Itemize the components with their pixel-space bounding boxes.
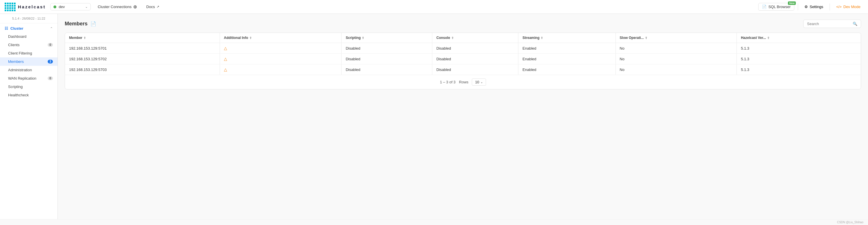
sidebar-version: 5.1.4 - 26/08/22 - 11:22 [0,14,58,23]
warning-icon: △ [224,46,227,50]
settings-button[interactable]: ⚙ Settings [802,3,826,10]
col-header-console[interactable]: Console ⇧ [432,33,518,43]
cell-console: Disabled [432,43,518,54]
sidebar-section-label: Cluster [10,26,23,31]
logo-icon [5,3,16,11]
rows-value: 10 [475,80,479,84]
cell-console: Disabled [432,54,518,64]
members-title-row: Members 📄 [65,21,96,27]
table-row: 192.168.153.129:5701 △ Disabled Disabled… [65,43,861,54]
col-header-streaming[interactable]: Streaming ⇧ [518,33,616,43]
sort-icon: ⇧ [84,36,86,40]
cluster-connections-button[interactable]: Cluster Connections ⊕ [95,3,139,11]
members-table-container: Member ⇧ Additional Info ⇧ [65,33,861,89]
cluster-chevron-icon: ⌄ [85,5,88,8]
pagination: 1 – 3 of 3 Rows 10 ⌄ [65,75,861,89]
nav-separator-2 [830,3,830,10]
rows-label: Rows [459,80,469,84]
sidebar-item-healthcheck[interactable]: Healthcheck [0,91,58,99]
cell-streaming: Enabled [518,64,616,75]
sidebar-item-label: Client Filtering [8,51,32,55]
sidebar-section-title: ☷ Cluster [5,26,23,31]
warning-icon: △ [224,57,227,61]
cell-additional-info: △ [220,43,342,54]
cell-slow-operations: No [616,43,737,54]
sidebar-item-members[interactable]: Members 3 [0,58,58,66]
sidebar-item-administration[interactable]: Administration [0,66,58,74]
members-doc-icon: 📄 [90,21,96,27]
docs-button[interactable]: Docs ↗ [144,3,161,10]
sidebar-item-label: Scripting [8,84,23,89]
cluster-name: dev [59,5,83,9]
cell-streaming: Enabled [518,54,616,64]
cell-slow-operations: No [616,54,737,64]
external-link-icon: ↗ [157,5,159,9]
grid-icon: ☷ [5,26,8,31]
cell-slow-operations: No [616,64,737,75]
search-icon: 🔍 [853,22,857,26]
sql-browser-label: SQL Browser [768,5,790,9]
sort-icon: ⇧ [540,36,543,40]
new-badge: New [788,1,796,5]
nav-right: 📄 SQL Browser New ⚙ Settings </> Dev Mod… [758,3,863,11]
sidebar-item-label: Dashboard [8,34,27,39]
sql-browser-button[interactable]: 📄 SQL Browser New [758,3,794,11]
sort-icon: ⇧ [767,36,770,40]
cell-console: Disabled [432,64,518,75]
logo: Hazelcast [5,3,45,11]
sort-icon: ⇧ [451,36,454,40]
col-header-scripting[interactable]: Scripting ⇧ [342,33,432,43]
sidebar-item-badge: 0 [48,76,53,80]
sidebar-item-label: WAN Replication [8,76,36,80]
table-row: 192.168.153.129:5703 △ Disabled Disabled… [65,64,861,75]
cluster-connections-label: Cluster Connections [98,5,131,9]
sidebar-item-label: Clients [8,43,20,47]
sidebar-item-badge: 3 [48,60,53,64]
page-range: 1 – 3 of 3 [440,80,455,84]
cell-streaming: Enabled [518,43,616,54]
rows-per-page-selector[interactable]: 10 ⌄ [472,78,486,86]
sidebar-item-clients[interactable]: Clients 0 [0,41,58,49]
footer-text: CSDN @Liu_Shihao [837,221,863,224]
code-icon: </> [836,5,842,9]
col-header-hazelcast-version[interactable]: Hazelcast Ver... ⇧ [737,33,861,43]
cell-additional-info: △ [220,54,342,64]
members-table: Member ⇧ Additional Info ⇧ [65,33,861,75]
cluster-status-dot [54,5,56,8]
sidebar-item-badge: 0 [48,43,53,47]
search-box[interactable]: 🔍 [803,20,861,28]
sidebar-item-label: Healthcheck [8,93,29,97]
warning-icon: △ [224,67,227,72]
cell-hazelcast-version: 5.1.3 [737,54,861,64]
rows-chevron-icon: ⌄ [480,80,483,84]
devmode-label: Dev Mode [843,5,861,9]
devmode-button[interactable]: </> Dev Mode [833,3,863,10]
sidebar-item-scripting[interactable]: Scripting [0,82,58,91]
cell-member: 192.168.153.129:5701 [65,43,220,54]
sort-icon: ⇧ [362,36,364,40]
col-header-additional-info[interactable]: Additional Info ⇧ [220,33,342,43]
cell-member: 192.168.153.129:5703 [65,64,220,75]
layout: 5.1.4 - 26/08/22 - 11:22 ☷ Cluster ⌃ Das… [0,14,868,219]
sort-icon: ⇧ [249,36,252,40]
sidebar-item-label: Administration [8,68,32,72]
search-input[interactable] [807,22,851,26]
docs-label: Docs [146,5,155,9]
sidebar-item-dashboard[interactable]: Dashboard [0,32,58,41]
col-header-member[interactable]: Member ⇧ [65,33,220,43]
main-content: Members 📄 🔍 Member ⇧ [58,14,868,219]
settings-label: Settings [810,5,823,9]
cell-member: 192.168.153.129:5702 [65,54,220,64]
cluster-selector[interactable]: dev ⌄ [50,3,91,10]
cell-scripting: Disabled [342,43,432,54]
sidebar: 5.1.4 - 26/08/22 - 11:22 ☷ Cluster ⌃ Das… [0,14,58,219]
collapse-icon: ⌃ [50,27,53,31]
sidebar-item-client-filtering[interactable]: Client Filtering [0,49,58,58]
sidebar-section-cluster[interactable]: ☷ Cluster ⌃ [0,23,58,32]
cell-scripting: Disabled [342,54,432,64]
sidebar-item-wan-replication[interactable]: WAN Replication 0 [0,74,58,82]
col-header-slow-operations[interactable]: Slow Operati... ⇧ [616,33,737,43]
topnav: Hazelcast dev ⌄ Cluster Connections ⊕ Do… [0,0,868,14]
gear-icon: ⚙ [804,5,808,9]
page-title: Members [65,21,88,27]
